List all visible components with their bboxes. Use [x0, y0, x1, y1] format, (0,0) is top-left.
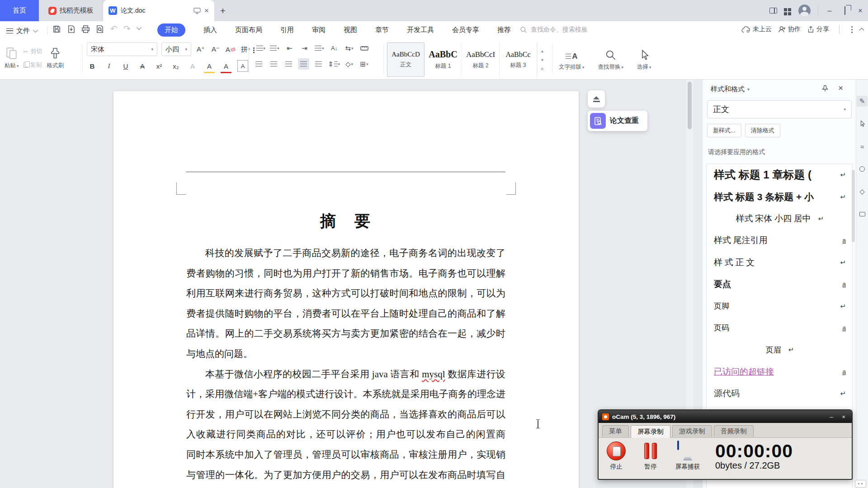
ribbon-tab[interactable]: 开发工具 — [407, 23, 434, 37]
strikethrough-button[interactable]: A — [137, 60, 148, 72]
shape-tool-icon[interactable]: ◇ — [857, 186, 868, 197]
cloud-status-button[interactable]: 未上云 — [741, 25, 772, 33]
italic-button[interactable]: I — [104, 60, 114, 72]
ribbon-tab[interactable]: 视图 — [344, 23, 357, 37]
distribute-button[interactable] — [313, 58, 324, 70]
ribbon-tab[interactable]: 会员专享 — [452, 23, 479, 37]
ocam-title-bar[interactable]: oCam (5, 3, 1896, 967) – × — [599, 410, 852, 423]
ribbon-tab[interactable]: 引用 — [280, 23, 294, 37]
copy-button[interactable]: 复制 — [24, 61, 42, 69]
close-panel-icon[interactable]: × — [838, 83, 843, 93]
minimize-window-button[interactable]: – — [822, 7, 837, 15]
ribbon-tab[interactable]: 开始 — [157, 23, 185, 37]
tab-ruler-button[interactable] — [359, 42, 370, 54]
bold-button[interactable]: B — [87, 60, 98, 72]
style-gallery-item[interactable]: AaBbC 标题 1 — [425, 42, 462, 77]
command-search[interactable]: 查找命令、搜索模板 — [520, 26, 588, 34]
tab-document[interactable]: W 论文.doc × — [103, 0, 214, 21]
line-spacing-button[interactable]: ⇕▾ — [328, 58, 340, 70]
ocam-minimize-button[interactable]: – — [827, 413, 836, 420]
font-color-button[interactable]: A — [221, 60, 231, 72]
font-size-select[interactable]: 小四▾ — [161, 42, 191, 56]
style-list-item[interactable]: 样式 宋体 小四 居中 ↵ — [707, 208, 852, 230]
style-list-item[interactable]: 页眉 ↵ — [707, 339, 852, 361]
align-right-button[interactable] — [283, 58, 294, 70]
subscript-button[interactable]: x₂ — [170, 60, 181, 72]
window-layout-icon[interactable] — [766, 8, 780, 14]
bullet-list-button[interactable]: ▾ — [253, 42, 265, 54]
presentation-mode-icon[interactable] — [193, 8, 201, 14]
redo-icon[interactable]: ↷ — [123, 24, 131, 33]
gall ery-up-icon[interactable]: ▴ — [541, 48, 543, 53]
share-button[interactable]: 分享 — [807, 25, 829, 33]
collapse-assistant-button[interactable] — [588, 90, 605, 108]
collapse-ribbon-icon[interactable] — [859, 28, 864, 33]
shrink-font-button[interactable]: A⁻ — [210, 43, 221, 55]
clear-format-button[interactable]: 清除格式 — [745, 124, 780, 137]
ribbon-tab[interactable]: 插入 — [203, 23, 217, 37]
gallery-more-icon[interactable]: ≡ — [541, 66, 544, 71]
save-icon[interactable] — [52, 25, 61, 33]
text-typeset-button[interactable]: A 文字排版▾ — [559, 41, 585, 76]
clear-format-button[interactable]: A — [225, 43, 236, 55]
numbered-list-button[interactable]: ▾ — [269, 42, 280, 54]
signature-tool-icon[interactable]: ≈ — [857, 141, 868, 152]
ocam-pause-button[interactable]: 暂停 — [641, 441, 660, 471]
close-window-button[interactable]: × — [853, 7, 868, 15]
shading-button[interactable]: ◇▾ — [344, 58, 355, 70]
select-tool-icon[interactable] — [857, 118, 868, 129]
ribbon-tab[interactable]: 推荐 — [497, 23, 511, 37]
sort-button[interactable]: A↓ — [329, 42, 340, 54]
edit-pen-icon[interactable]: ✎ — [857, 96, 868, 107]
ocam-tab[interactable]: 屏幕录制 — [631, 425, 670, 438]
document-page[interactable]: 摘 要 科技的发展赋予了二手商品交易新的途径，电子商务名词的出现改变了消费者购物… — [113, 91, 579, 488]
format-painter-button[interactable]: 格式刷 — [47, 41, 64, 76]
style-gallery-item[interactable]: AaBbCcD 正文 — [387, 42, 425, 77]
style-list-item[interactable]: 页码 a — [707, 317, 852, 339]
export-icon[interactable] — [67, 25, 75, 33]
increase-indent-button[interactable]: ⇥ — [299, 42, 310, 54]
ribbon-tab[interactable]: 页面布局 — [235, 23, 262, 37]
toolbar-more-icon[interactable] — [137, 25, 142, 30]
current-style-select[interactable]: 正文▾ — [707, 100, 852, 118]
apps-grid-icon[interactable] — [780, 10, 795, 11]
restore-window-button[interactable] — [837, 7, 853, 15]
taskbar-peek-widget[interactable] — [855, 480, 866, 488]
style-list-item[interactable]: 源代码 ↵ — [707, 383, 852, 404]
ocam-tab[interactable]: 音频录制 — [714, 425, 754, 437]
close-tab-icon[interactable]: × — [204, 6, 209, 15]
text-effects-button[interactable]: A — [187, 60, 198, 72]
user-avatar[interactable] — [798, 5, 811, 17]
ribbon-tab[interactable]: 章节 — [375, 23, 389, 37]
grow-font-button[interactable]: A⁺ — [195, 43, 206, 55]
file-menu-button[interactable]: 文件 — [6, 25, 37, 37]
new-style-button[interactable]: 新样式... — [707, 124, 741, 137]
style-list-item[interactable]: 样 式 正 文 ↵ — [707, 252, 852, 273]
print-preview-icon[interactable] — [96, 25, 104, 33]
superscript-button[interactable]: x² — [154, 60, 165, 72]
style-list-item[interactable]: 样式 标题 3 条标题 + 小 ↵ — [707, 186, 852, 207]
ocam-tab[interactable]: 菜单 — [602, 425, 629, 437]
asian-layout-button[interactable]: ▾ — [314, 42, 325, 54]
scrollbar-thumb[interactable] — [688, 82, 692, 129]
ocam-close-button[interactable]: × — [839, 413, 848, 420]
cut-button[interactable]: ✂剪切 — [24, 47, 42, 56]
paper-check-button[interactable]: 论文查重 — [588, 111, 647, 131]
font-name-select[interactable]: 宋体▾ — [87, 42, 157, 56]
style-gallery-item[interactable]: AaBbCc 标题 3 — [500, 42, 537, 77]
character-border-button[interactable]: A — [237, 60, 248, 72]
borders-button[interactable]: ⊞▾ — [359, 58, 370, 70]
collaborate-button[interactable]: 协作 — [778, 25, 801, 33]
style-list-item[interactable]: 样式 尾注引用 a — [707, 230, 852, 251]
style-list-item[interactable]: 已访问的超链接 a — [707, 361, 852, 383]
seal-tool-icon[interactable] — [857, 164, 868, 174]
style-list-item[interactable]: 页脚 ↵ — [707, 295, 852, 317]
text-direction-button[interactable]: ⇆▾ — [344, 42, 355, 54]
style-gallery-item[interactable]: AaBbCcI 标题 2 — [462, 42, 500, 77]
more-options-icon[interactable] — [851, 29, 853, 30]
pin-icon[interactable] — [821, 85, 829, 92]
underline-button[interactable]: U — [120, 60, 131, 72]
find-replace-button[interactable]: 查找替换▾ — [598, 41, 624, 76]
screen-tool-icon[interactable] — [857, 209, 868, 220]
undo-icon[interactable]: ↶ — [110, 24, 118, 33]
